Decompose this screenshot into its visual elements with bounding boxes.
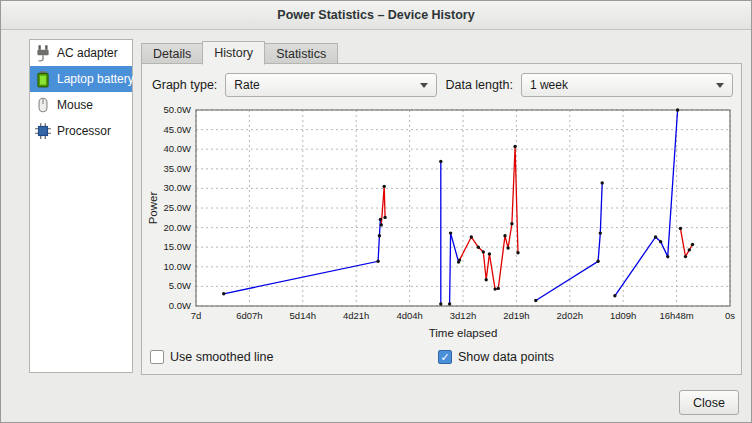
device-list-item-processor[interactable]: Processor <box>30 118 132 144</box>
svg-text:15.0W: 15.0W <box>164 241 191 252</box>
svg-text:2d19h: 2d19h <box>503 310 529 321</box>
svg-text:6d07h: 6d07h <box>236 310 262 321</box>
svg-text:45.0W: 45.0W <box>164 124 191 135</box>
chevron-down-icon <box>716 83 724 88</box>
device-list-item-mouse[interactable]: Mouse <box>30 92 132 118</box>
svg-text:5.0W: 5.0W <box>169 280 191 291</box>
device-list-item-ac-adapter[interactable]: AC adapter <box>30 40 132 66</box>
data-length-label: Data length: <box>445 78 512 92</box>
data-length-value: 1 week <box>530 78 716 92</box>
device-label: AC adapter <box>57 46 118 60</box>
svg-text:Power: Power <box>147 192 159 225</box>
svg-text:4d21h: 4d21h <box>343 310 369 321</box>
history-chart: 7d6d07h5d14h4d21h4d04h3d12h2d19h2d02h1d0… <box>146 102 738 344</box>
graph-controls-row: Graph type: Rate Data length: 1 week <box>142 64 741 100</box>
graph-type-combo[interactable]: Rate <box>225 73 437 97</box>
svg-text:Time elapsed: Time elapsed <box>429 327 498 339</box>
device-label: Mouse <box>57 98 93 112</box>
power-statistics-window: Power Statistics – Device History AC ada… <box>0 0 752 423</box>
chevron-down-icon <box>420 83 428 88</box>
svg-text:1d09h: 1d09h <box>610 310 636 321</box>
mouse-icon <box>34 96 52 114</box>
window-title: Power Statistics – Device History <box>277 8 474 22</box>
checkbox-label: Use smoothed line <box>170 350 274 364</box>
svg-text:7d: 7d <box>191 310 202 321</box>
svg-text:50.0W: 50.0W <box>164 104 191 115</box>
tab-details[interactable]: Details <box>141 43 202 64</box>
graph-type-label: Graph type: <box>152 78 217 92</box>
notebook-tabs: Details History Statistics <box>141 40 338 64</box>
svg-text:5d14h: 5d14h <box>290 310 316 321</box>
history-tab-panel: Graph type: Rate Data length: 1 week 7d6… <box>141 63 742 375</box>
close-button[interactable]: Close <box>679 390 739 415</box>
checkbox-box: ✓ <box>438 350 452 364</box>
svg-text:10.0W: 10.0W <box>164 261 191 272</box>
device-list-item-laptop-battery[interactable]: Laptop battery <box>30 66 132 92</box>
chart-area: 7d6d07h5d14h4d21h4d04h3d12h2d19h2d02h1d0… <box>146 102 741 348</box>
data-length-combo[interactable]: 1 week <box>521 73 733 97</box>
device-label: Processor <box>57 124 111 138</box>
svg-text:4d04h: 4d04h <box>396 310 422 321</box>
processor-icon <box>34 122 52 140</box>
chart-options-row: Use smoothed line ✓ Show data points <box>142 350 741 374</box>
use-smoothed-line-checkbox[interactable]: Use smoothed line <box>150 350 274 364</box>
tab-label: Statistics <box>276 47 326 61</box>
svg-text:40.0W: 40.0W <box>164 143 191 154</box>
svg-text:30.0W: 30.0W <box>164 182 191 193</box>
svg-text:2d02h: 2d02h <box>557 310 583 321</box>
svg-text:16h48m: 16h48m <box>659 310 693 321</box>
checkbox-box <box>150 350 164 364</box>
svg-text:3d12h: 3d12h <box>450 310 476 321</box>
checkbox-label: Show data points <box>458 350 554 364</box>
svg-text:0.0W: 0.0W <box>169 300 191 311</box>
svg-text:25.0W: 25.0W <box>164 202 191 213</box>
titlebar[interactable]: Power Statistics – Device History <box>1 1 751 30</box>
tab-history[interactable]: History <box>202 41 265 65</box>
battery-icon <box>34 70 52 88</box>
tab-label: History <box>214 46 253 60</box>
svg-text:35.0W: 35.0W <box>164 163 191 174</box>
svg-text:20.0W: 20.0W <box>164 222 191 233</box>
show-data-points-checkbox[interactable]: ✓ Show data points <box>438 350 554 364</box>
svg-text:0s: 0s <box>725 310 735 321</box>
device-label: Laptop battery <box>57 72 134 86</box>
tab-statistics[interactable]: Statistics <box>265 43 338 64</box>
tab-label: Details <box>153 47 191 61</box>
ac-adapter-icon <box>34 44 52 62</box>
graph-type-value: Rate <box>234 78 420 92</box>
device-list: AC adapter Laptop battery Mouse Processo… <box>29 39 133 373</box>
